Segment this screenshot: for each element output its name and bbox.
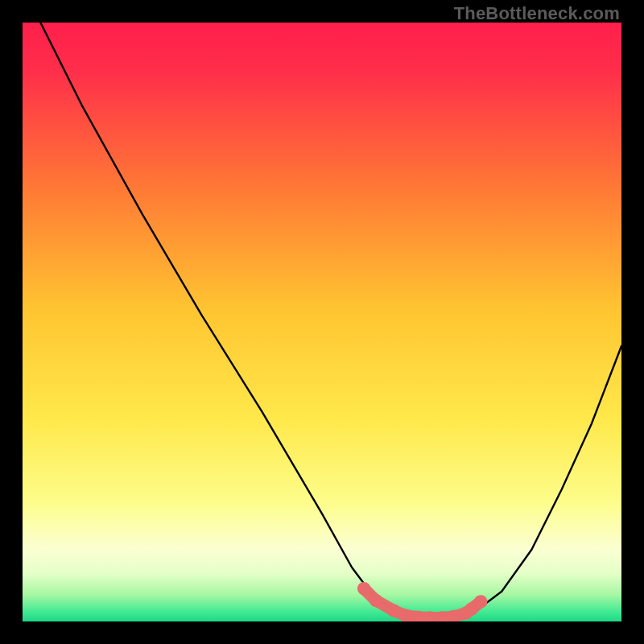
highlight-dot (387, 604, 400, 617)
watermark-text: TheBottleneck.com (454, 3, 620, 24)
chart-frame (23, 23, 621, 621)
highlight-dot (357, 582, 370, 595)
chart-svg (23, 23, 621, 621)
gradient-bg (23, 23, 621, 621)
highlight-dot (474, 595, 487, 608)
highlight-dot (369, 594, 382, 607)
